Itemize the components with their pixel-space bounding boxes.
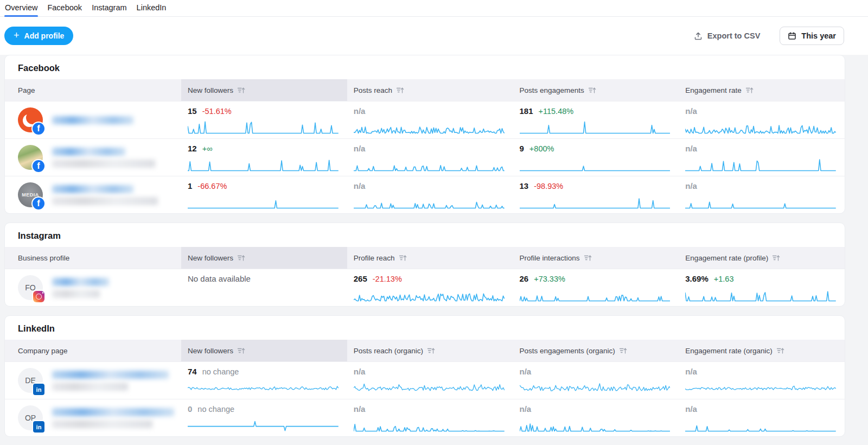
column-header-label: Profile reach (354, 254, 395, 262)
redacted-text-line (52, 148, 125, 156)
sort-icon (427, 347, 435, 354)
tab-overview[interactable]: Overview (4, 0, 38, 16)
column-header-entity[interactable]: Page (5, 79, 181, 101)
column-header-engagement-rate[interactable]: Engagement rate (679, 79, 845, 101)
plus-icon: + (14, 30, 20, 40)
facebook-badge-icon: f (33, 123, 44, 135)
metric-cell: 181+115.48% (513, 101, 679, 138)
profile-name-redacted (52, 371, 169, 391)
metric-delta: +∞ (202, 144, 213, 154)
sparkline-chart (685, 120, 836, 134)
sparkline-chart (188, 120, 339, 134)
column-header-engagement-rate-profile[interactable]: Engagement rate (profile) (679, 247, 845, 269)
sparkline-chart (354, 120, 505, 134)
metric-cell: 26+73.33% (513, 269, 679, 306)
metric-value: 26 (520, 274, 529, 284)
profile-avatar: MEDIAf (18, 182, 43, 207)
instagram-section: Instagram Business profile New followers… (4, 223, 845, 307)
column-header-profile-reach[interactable]: Profile reach (347, 247, 513, 269)
metric-cell: 9+800% (513, 139, 679, 176)
column-header-engagement-rate-organic[interactable]: Engagement rate (organic) (679, 340, 845, 361)
toolbar-right: Export to CSV This year (691, 27, 844, 45)
column-header-label: Page (18, 86, 35, 94)
column-header-new-followers[interactable]: New followers (181, 340, 347, 361)
linkedin-badge-icon: in (33, 384, 44, 395)
column-header-posts-engagements-organic[interactable]: Posts engagements (organic) (513, 340, 679, 361)
sort-icon (237, 255, 245, 262)
metric-delta: +115.48% (539, 106, 574, 116)
metric-cell: 15-51.61% (181, 101, 347, 138)
redacted-text-line (52, 197, 158, 205)
metric-delta: -66.67% (197, 181, 227, 191)
metric-value: n/a (520, 404, 532, 414)
redacted-text-line (52, 290, 100, 298)
metric-value: 15 (188, 106, 197, 116)
facebook-badge-icon: f (33, 160, 44, 172)
metric-cell: 12+∞ (181, 139, 347, 176)
sort-icon (588, 87, 596, 94)
metric-value: n/a (685, 106, 697, 116)
metric-value: 181 (520, 106, 533, 116)
metric-cell: n/a (679, 176, 845, 213)
metric-cell: 0no change (181, 399, 347, 436)
metric-value: n/a (685, 367, 697, 377)
table-row[interactable]: MEDIAf1-66.67%n/a13-98.93%n/a (5, 176, 845, 213)
table-row[interactable]: OPin0no changen/an/an/a (5, 399, 845, 436)
table-body: DEin74no changen/an/an/aOPin0no changen/… (5, 361, 845, 436)
metric-value: n/a (685, 404, 697, 414)
profile-cell: MEDIAf (5, 176, 181, 213)
sort-icon (237, 347, 245, 354)
sparkline-chart (188, 195, 339, 209)
sparkline-chart (354, 288, 505, 302)
column-header-entity[interactable]: Business profile (5, 247, 181, 269)
facebook-section: Facebook Page New followers Posts reach … (4, 55, 845, 214)
metric-cell: n/a (347, 362, 513, 399)
sparkline-chart (354, 418, 505, 432)
metric-value: 12 (188, 144, 197, 154)
metric-value: 265 (354, 274, 367, 284)
sort-icon (619, 347, 627, 354)
profile-name-redacted (52, 185, 158, 205)
metric-cell: n/a (513, 399, 679, 436)
export-label: Export to CSV (707, 31, 760, 40)
tab-instagram[interactable]: Instagram (91, 0, 127, 16)
table-row[interactable]: DEin74no changen/an/an/a (5, 361, 845, 399)
add-profile-button[interactable]: + Add profile (4, 27, 73, 45)
linkedin-badge-icon: in (33, 421, 44, 433)
table-row[interactable]: FONo data available265-21.13%26+73.33%3.… (5, 269, 845, 306)
column-header-profile-interactions[interactable]: Profile interactions (513, 247, 679, 269)
profile-avatar: f (18, 107, 43, 132)
column-header-posts-reach-organic[interactable]: Posts reach (organic) (347, 340, 513, 361)
table-row[interactable]: f12+∞n/a9+800%n/a (5, 138, 845, 176)
sparkline-chart (354, 380, 505, 395)
metric-cell: n/a (347, 139, 513, 176)
column-header-new-followers[interactable]: New followers (181, 247, 347, 269)
redacted-text-line (52, 278, 109, 286)
column-header-entity[interactable]: Company page (5, 340, 181, 361)
metric-cell: 13-98.93% (513, 176, 679, 213)
metric-cell: n/a (513, 362, 679, 399)
column-header-label: Engagement rate (685, 86, 742, 94)
no-data-label: No data available (188, 274, 251, 284)
sparkline-chart (188, 380, 339, 395)
sparkline-chart (685, 288, 836, 302)
metric-value: n/a (354, 367, 366, 377)
profile-name-redacted (52, 116, 133, 124)
column-header-posts-reach[interactable]: Posts reach (347, 79, 513, 101)
column-header-posts-engagements[interactable]: Posts engagements (513, 79, 679, 101)
column-header-new-followers[interactable]: New followers (181, 79, 347, 101)
export-to-csv-button[interactable]: Export to CSV (691, 31, 763, 41)
column-header-label: Posts reach (354, 86, 392, 94)
profile-cell: OPin (5, 399, 181, 436)
profile-avatar: FO (18, 275, 43, 300)
tab-facebook[interactable]: Facebook (47, 0, 82, 16)
table-row[interactable]: f15-51.61%n/a181+115.48%n/a (5, 101, 845, 138)
metric-cell: No data available (181, 269, 347, 306)
date-range-button[interactable]: This year (780, 27, 844, 45)
metric-cell: 1-66.67% (181, 176, 347, 213)
sparkline-chart (520, 380, 671, 395)
column-header-label: Business profile (18, 254, 69, 262)
metric-value: 9 (520, 144, 524, 154)
tab-linkedin[interactable]: LinkedIn (136, 0, 167, 16)
redacted-text-line (52, 116, 133, 124)
